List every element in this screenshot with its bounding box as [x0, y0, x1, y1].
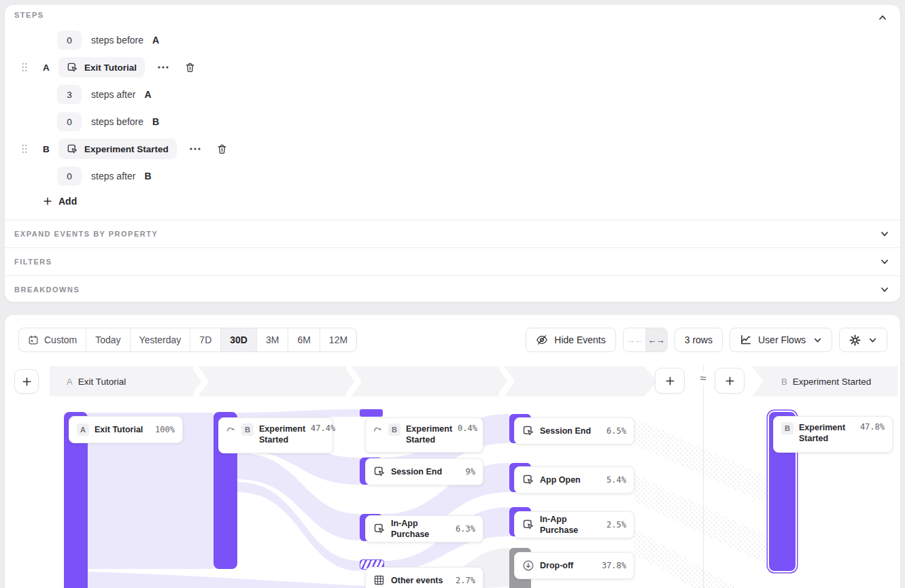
drop-off-icon [522, 559, 534, 572]
steps-before-a-input[interactable]: 0 [57, 31, 82, 50]
flow-node-experiment-started-1[interactable]: B Experiment Started 47.4% [218, 417, 333, 453]
node-percent: 37.8% [602, 561, 626, 570]
step-a-row: A Exit Tutorial [21, 57, 196, 77]
chevron-down-icon [880, 285, 889, 294]
node-label: Exit Tutorial [95, 424, 143, 435]
steps-after-a-row: 3 steps after A [57, 85, 152, 104]
node-label: Experiment Started [259, 423, 305, 446]
node-label: Drop-off [540, 560, 573, 571]
node-percent: 47.4% [311, 423, 335, 433]
steps-panel-title: STEPS [14, 11, 44, 19]
custom-event-icon [67, 62, 78, 73]
steps-after-b-row: 0 steps after B [57, 167, 152, 186]
step-a-event-label: Exit Tutorial [84, 63, 137, 73]
curved-arrow-icon [373, 425, 383, 433]
step-b-event-button[interactable]: Experiment Started [58, 139, 177, 159]
flow-node-session-end-2[interactable]: Session End 9% [365, 458, 483, 485]
flow-node-app-open[interactable]: App Open 5.4% [514, 466, 634, 494]
steps-before-b-input[interactable]: 0 [57, 112, 82, 131]
custom-event-icon [522, 425, 534, 437]
step-badge: B [781, 422, 793, 434]
flow-break-symbol: ≈ [694, 372, 713, 385]
steps-after-b-input[interactable]: 0 [57, 167, 82, 186]
flow-node-other-events[interactable]: Other events 2.7% [365, 567, 483, 588]
node-percent: 5.4% [607, 475, 626, 485]
section-label: EXPAND EVENTS BY PROPERTY [14, 230, 158, 238]
flow-node-drop-off[interactable]: Drop-off 37.8% [514, 552, 634, 579]
step-badge: B [388, 423, 400, 436]
plus-icon [43, 196, 52, 206]
step-b-row: B Experiment Started [21, 139, 228, 159]
steps-before-a-row: 0 steps before A [57, 31, 159, 50]
section-label: FILTERS [14, 258, 52, 266]
flow-node-session-end-3[interactable]: Session End 6.5% [514, 417, 634, 445]
step-a-more-button[interactable] [154, 63, 172, 72]
node-label: In-App Purchase [391, 518, 450, 540]
custom-event-icon [373, 466, 386, 478]
custom-event-icon [67, 143, 78, 155]
steps-after-a-label: steps after [91, 89, 135, 100]
node-percent: 0.4% [458, 423, 477, 433]
steps-after-a-input[interactable]: 3 [57, 85, 82, 104]
flow-node-experiment-started-b[interactable]: B Experiment Started 47.8% [773, 416, 893, 453]
grid-icon [373, 574, 386, 587]
drag-handle-icon[interactable] [21, 143, 28, 154]
node-percent: 100% [155, 425, 175, 434]
node-label: App Open [540, 474, 581, 485]
section-breakdowns[interactable]: BREAKDOWNS [5, 275, 900, 303]
step-a-delete-button[interactable] [184, 62, 196, 73]
node-percent: 2.5% [607, 520, 626, 530]
node-percent: 6.3% [456, 524, 475, 534]
step-badge: B [241, 423, 254, 436]
node-label: Session End [540, 426, 591, 436]
step-b-event-label: Experiment Started [84, 144, 169, 154]
step-badge: A [77, 423, 89, 436]
curved-arrow-icon [226, 425, 236, 433]
step-b-delete-button[interactable] [216, 143, 228, 155]
drag-handle-icon[interactable] [21, 62, 28, 73]
node-percent: 2.7% [456, 576, 475, 585]
steps-before-a-label: steps before [91, 35, 143, 46]
flow-node-experiment-started-2[interactable]: B Experiment Started 0.4% [365, 417, 483, 453]
custom-event-icon [373, 523, 386, 535]
steps-panel: STEPS 0 steps before A A Exit Tutorial 3… [4, 4, 901, 302]
add-step-button[interactable]: Add [43, 196, 77, 207]
steps-after-a-ref: A [144, 89, 151, 100]
node-percent: 9% [466, 467, 475, 477]
step-a-letter: A [43, 63, 52, 73]
node-label: Other events [391, 575, 443, 586]
flow-node-in-app-purchase-2[interactable]: In-App Purchase 6.3% [365, 515, 483, 542]
flow-node-in-app-purchase-3[interactable]: In-App Purchase 2.5% [514, 511, 634, 538]
flows-chart-panel: Custom Today Yesterday 7D 30D 3M 6M 12M … [4, 314, 901, 588]
steps-before-b-label: steps before [91, 116, 143, 127]
steps-after-b-label: steps after [91, 171, 135, 181]
flow-node-exit-tutorial[interactable]: A Exit Tutorial 100% [69, 416, 183, 443]
steps-before-b-ref: B [152, 116, 159, 127]
ellipsis-icon [189, 147, 201, 151]
node-percent: 6.5% [607, 426, 626, 436]
steps-collapse-button[interactable] [876, 11, 889, 24]
node-label: Experiment Started [406, 423, 452, 446]
section-filters[interactable]: FILTERS [5, 247, 900, 275]
add-step-label: Add [58, 196, 77, 207]
steps-after-b-ref: B [144, 171, 151, 181]
chevron-down-icon [880, 229, 889, 239]
node-label: Experiment Started [799, 422, 855, 445]
custom-event-icon [522, 474, 534, 486]
section-label: BREAKDOWNS [14, 286, 80, 294]
chevron-down-icon [880, 257, 889, 266]
section-expand-events-by-property[interactable]: EXPAND EVENTS BY PROPERTY [5, 220, 900, 247]
steps-before-a-ref: A [152, 35, 159, 46]
chevron-up-icon [878, 13, 887, 22]
ellipsis-icon [157, 65, 169, 69]
custom-event-icon [522, 519, 534, 531]
step-a-event-button[interactable]: Exit Tutorial [58, 57, 145, 77]
step-b-letter: B [43, 144, 52, 154]
steps-before-b-row: 0 steps before B [57, 112, 159, 131]
step-b-more-button[interactable] [186, 144, 204, 154]
node-label: Session End [391, 466, 442, 477]
node-percent: 47.8% [860, 422, 885, 432]
node-label: In-App Purchase [540, 514, 601, 536]
sankey-bar-experiment-started-2[interactable] [360, 409, 383, 417]
